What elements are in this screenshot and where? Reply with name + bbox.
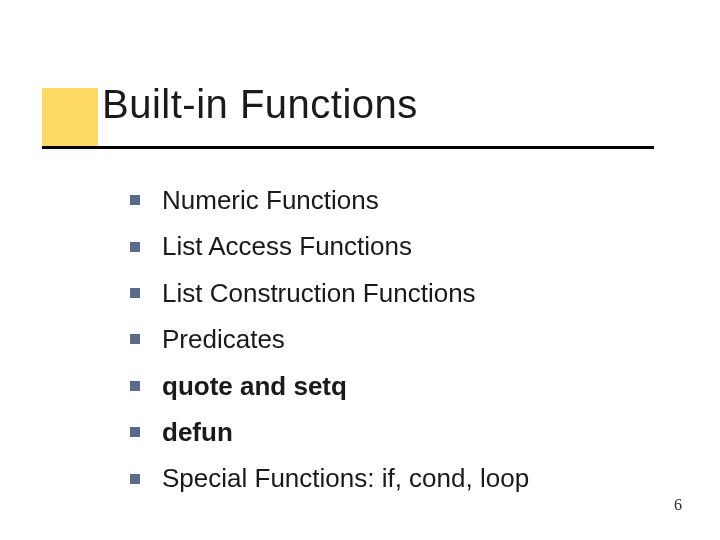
bullet-icon	[130, 334, 140, 344]
bullet-icon	[130, 288, 140, 298]
list-item: Predicates	[130, 321, 670, 357]
slide-title: Built-in Functions	[102, 82, 418, 127]
bullet-text: quote and setq	[162, 368, 347, 404]
slide: Built-in Functions Numeric Functions Lis…	[0, 0, 720, 540]
bullet-text: List Access Functions	[162, 228, 412, 264]
bullet-text: defun	[162, 414, 233, 450]
bullet-text: Numeric Functions	[162, 182, 379, 218]
list-item: defun	[130, 414, 670, 450]
bullet-text: List Construction Functions	[162, 275, 476, 311]
list-item: List Construction Functions	[130, 275, 670, 311]
accent-box	[42, 88, 98, 146]
bullet-icon	[130, 381, 140, 391]
bullet-list: Numeric Functions List Access Functions …	[130, 182, 670, 507]
bullet-icon	[130, 474, 140, 484]
bullet-icon	[130, 195, 140, 205]
list-item: List Access Functions	[130, 228, 670, 264]
bullet-icon	[130, 242, 140, 252]
bullet-text: Special Functions: if, cond, loop	[162, 460, 529, 496]
page-number: 6	[674, 496, 682, 514]
title-underline	[42, 146, 654, 149]
list-item: Numeric Functions	[130, 182, 670, 218]
bullet-icon	[130, 427, 140, 437]
list-item: quote and setq	[130, 368, 670, 404]
list-item: Special Functions: if, cond, loop	[130, 460, 670, 496]
bullet-text: Predicates	[162, 321, 285, 357]
